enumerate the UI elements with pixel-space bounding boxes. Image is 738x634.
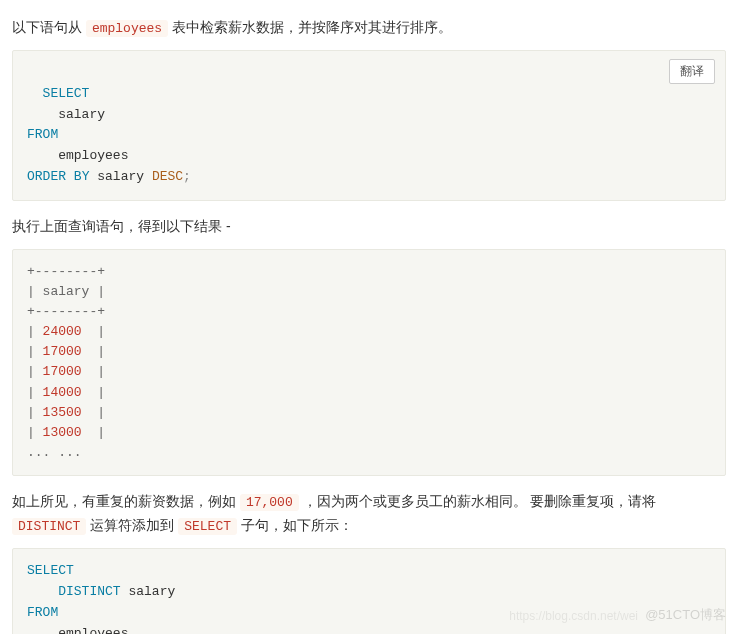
kw-by: BY xyxy=(74,169,90,184)
p2-b: ，因为两个或更多员工的薪水相同。 要删除重复项，请将 xyxy=(303,493,657,509)
result-row-4: 13500 xyxy=(43,405,82,420)
p2-c: 运算符添加到 xyxy=(90,517,178,533)
result-header: salary xyxy=(43,284,90,299)
inline-code-distinct: DISTINCT xyxy=(12,518,86,535)
inline-code-17000: 17,000 xyxy=(240,494,299,511)
sql-codeblock-2: SELECT DISTINCT salary FROM employees OR… xyxy=(12,548,726,634)
inline-code-employees: employees xyxy=(86,20,168,37)
p2-a: 如上所见，有重复的薪资数据，例如 xyxy=(12,493,240,509)
result-row-1: 17000 xyxy=(43,344,82,359)
field-employees-2: employees xyxy=(58,626,128,634)
field-salary-2: salary xyxy=(97,169,144,184)
sql-codeblock-1: 翻译SELECT salary FROM employees ORDER BY … xyxy=(12,50,726,201)
result-row-5: 13000 xyxy=(43,425,82,440)
intro-paragraph: 以下语句从 employees 表中检索薪水数据，并按降序对其进行排序。 xyxy=(12,16,726,40)
intro-text-prefix: 以下语句从 xyxy=(12,19,86,35)
inline-code-select: SELECT xyxy=(178,518,237,535)
p2-d: 子句，如下所示： xyxy=(241,517,353,533)
result-row-2: 17000 xyxy=(43,364,82,379)
result-row-0: 24000 xyxy=(43,324,82,339)
mid-paragraph-1: 执行上面查询语句，得到以下结果 - xyxy=(12,215,726,239)
kw-select-2: SELECT xyxy=(27,563,74,578)
field-salary: salary xyxy=(58,107,105,122)
kw-order: ORDER xyxy=(27,169,66,184)
kw-desc: DESC xyxy=(152,169,183,184)
intro-text-suffix: 表中检索薪水数据，并按降序对其进行排序。 xyxy=(172,19,452,35)
result-border-top: +--------+ xyxy=(27,264,105,279)
result-ellipsis: ... ... xyxy=(27,445,82,460)
kw-from-2: FROM xyxy=(27,605,58,620)
translate-button[interactable]: 翻译 xyxy=(669,59,715,84)
explain-paragraph: 如上所见，有重复的薪资数据，例如 17,000 ，因为两个或更多员工的薪水相同。… xyxy=(12,490,726,538)
kw-from: FROM xyxy=(27,127,58,142)
result-row-3: 14000 xyxy=(43,385,82,400)
field-salary-3: salary xyxy=(128,584,175,599)
kw-select: SELECT xyxy=(43,86,90,101)
result-border-mid: +--------+ xyxy=(27,304,105,319)
kw-distinct: DISTINCT xyxy=(58,584,120,599)
field-employees: employees xyxy=(58,148,128,163)
sql-result-block: +--------+ | salary | +--------+ | 24000… xyxy=(12,249,726,476)
semicolon: ; xyxy=(183,169,191,184)
